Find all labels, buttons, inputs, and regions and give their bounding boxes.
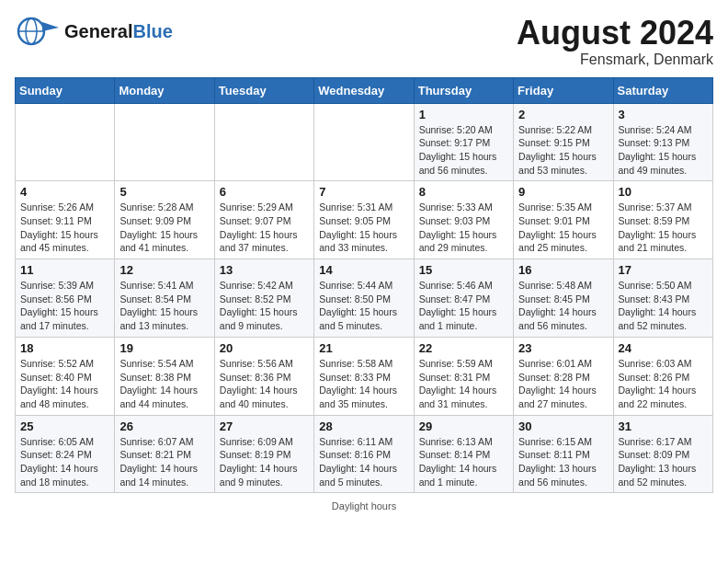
calendar-cell: 24Sunrise: 6:03 AMSunset: 8:26 PMDayligh… [613, 337, 712, 415]
calendar-cell: 27Sunrise: 6:09 AMSunset: 8:19 PMDayligh… [214, 415, 313, 493]
calendar-week-1: 1Sunrise: 5:20 AMSunset: 9:17 PMDaylight… [16, 103, 713, 181]
calendar-cell: 16Sunrise: 5:48 AMSunset: 8:45 PMDayligh… [514, 259, 613, 338]
day-info: Sunrise: 6:09 AMSunset: 8:19 PMDaylight:… [220, 435, 309, 489]
calendar-cell [314, 103, 414, 181]
calendar-cell [115, 103, 214, 181]
day-number: 4 [20, 185, 109, 199]
day-number: 3 [619, 108, 708, 121]
calendar-cell [214, 103, 313, 181]
day-info: Sunrise: 6:15 AMSunset: 8:11 PMDaylight:… [518, 435, 608, 489]
calendar-week-4: 18Sunrise: 5:52 AMSunset: 8:40 PMDayligh… [16, 337, 713, 415]
calendar-cell: 2Sunrise: 5:22 AMSunset: 9:15 PMDaylight… [514, 103, 613, 181]
calendar-table: Sunday Monday Tuesday Wednesday Thursday… [15, 77, 713, 494]
day-info: Sunrise: 5:39 AMSunset: 8:56 PMDaylight:… [20, 279, 109, 333]
day-info: Sunrise: 5:46 AMSunset: 8:47 PMDaylight:… [419, 279, 508, 333]
calendar-week-5: 25Sunrise: 6:05 AMSunset: 8:24 PMDayligh… [16, 415, 713, 493]
day-number: 29 [419, 419, 508, 433]
day-number: 12 [119, 263, 209, 277]
calendar-body: 1Sunrise: 5:20 AMSunset: 9:17 PMDaylight… [16, 103, 713, 493]
day-info: Sunrise: 6:11 AMSunset: 8:16 PMDaylight:… [319, 435, 408, 489]
day-info: Sunrise: 5:24 AMSunset: 9:13 PMDaylight:… [619, 123, 708, 178]
day-info: Sunrise: 5:50 AMSunset: 8:43 PMDaylight:… [619, 279, 708, 333]
calendar-cell: 6Sunrise: 5:29 AMSunset: 9:07 PMDaylight… [214, 181, 313, 259]
page-subtitle: Fensmark, Denmark [517, 52, 713, 68]
day-number: 24 [619, 341, 708, 355]
day-info: Sunrise: 6:05 AMSunset: 8:24 PMDaylight:… [20, 435, 109, 489]
calendar-cell: 22Sunrise: 5:59 AMSunset: 8:31 PMDayligh… [414, 337, 513, 415]
calendar-week-3: 11Sunrise: 5:39 AMSunset: 8:56 PMDayligh… [16, 259, 713, 338]
col-thursday: Thursday [414, 77, 513, 103]
logo-text-block: GeneralBlue [64, 21, 173, 41]
day-number: 2 [518, 108, 608, 121]
logo-blue: Blue [132, 21, 172, 41]
day-info: Sunrise: 6:17 AMSunset: 8:09 PMDaylight:… [619, 435, 708, 489]
calendar-cell: 18Sunrise: 5:52 AMSunset: 8:40 PMDayligh… [16, 337, 115, 415]
calendar-cell: 7Sunrise: 5:31 AMSunset: 9:05 PMDaylight… [314, 181, 414, 259]
day-number: 9 [518, 185, 608, 199]
calendar-cell: 17Sunrise: 5:50 AMSunset: 8:43 PMDayligh… [613, 259, 712, 338]
calendar-cell: 30Sunrise: 6:15 AMSunset: 8:11 PMDayligh… [514, 415, 613, 493]
day-info: Sunrise: 6:01 AMSunset: 8:28 PMDaylight:… [518, 357, 608, 411]
day-number: 31 [619, 419, 708, 433]
day-number: 25 [20, 419, 109, 433]
day-number: 10 [619, 185, 708, 199]
day-info: Sunrise: 5:37 AMSunset: 8:59 PMDaylight:… [619, 201, 708, 255]
logo-icon [15, 15, 59, 48]
calendar-cell: 29Sunrise: 6:13 AMSunset: 8:14 PMDayligh… [414, 415, 513, 493]
day-number: 20 [220, 341, 309, 355]
calendar-cell: 10Sunrise: 5:37 AMSunset: 8:59 PMDayligh… [613, 181, 712, 259]
calendar-cell: 31Sunrise: 6:17 AMSunset: 8:09 PMDayligh… [613, 415, 712, 493]
day-info: Sunrise: 5:20 AMSunset: 9:17 PMDaylight:… [419, 123, 508, 178]
calendar-cell: 19Sunrise: 5:54 AMSunset: 8:38 PMDayligh… [115, 337, 214, 415]
calendar-cell: 15Sunrise: 5:46 AMSunset: 8:47 PMDayligh… [414, 259, 513, 338]
day-number: 28 [319, 419, 408, 433]
calendar-cell: 1Sunrise: 5:20 AMSunset: 9:17 PMDaylight… [414, 103, 513, 181]
col-friday: Friday [514, 77, 613, 103]
day-number: 22 [419, 341, 508, 355]
day-number: 16 [518, 263, 608, 277]
day-number: 15 [419, 263, 508, 277]
day-info: Sunrise: 5:35 AMSunset: 9:01 PMDaylight:… [518, 201, 608, 255]
title-block: August 2024 Fensmark, Denmark [517, 15, 713, 68]
calendar-cell: 21Sunrise: 5:58 AMSunset: 8:33 PMDayligh… [314, 337, 414, 415]
page-title: August 2024 [517, 15, 713, 52]
day-number: 6 [220, 185, 309, 199]
day-info: Sunrise: 5:59 AMSunset: 8:31 PMDaylight:… [419, 357, 508, 411]
calendar-cell: 9Sunrise: 5:35 AMSunset: 9:01 PMDaylight… [514, 181, 613, 259]
day-info: Sunrise: 5:56 AMSunset: 8:36 PMDaylight:… [220, 357, 309, 411]
day-info: Sunrise: 5:58 AMSunset: 8:33 PMDaylight:… [319, 357, 408, 411]
calendar-cell: 5Sunrise: 5:28 AMSunset: 9:09 PMDaylight… [115, 181, 214, 259]
page-header: GeneralBlue August 2024 Fensmark, Denmar… [15, 15, 713, 68]
calendar-week-2: 4Sunrise: 5:26 AMSunset: 9:11 PMDaylight… [16, 181, 713, 259]
calendar-cell: 23Sunrise: 6:01 AMSunset: 8:28 PMDayligh… [514, 337, 613, 415]
day-number: 18 [20, 341, 109, 355]
day-number: 19 [119, 341, 209, 355]
calendar-cell: 12Sunrise: 5:41 AMSunset: 8:54 PMDayligh… [115, 259, 214, 338]
day-number: 7 [319, 185, 408, 199]
calendar-cell: 4Sunrise: 5:26 AMSunset: 9:11 PMDaylight… [16, 181, 115, 259]
day-info: Sunrise: 5:22 AMSunset: 9:15 PMDaylight:… [518, 123, 608, 178]
day-info: Sunrise: 5:48 AMSunset: 8:45 PMDaylight:… [518, 279, 608, 333]
calendar-cell: 20Sunrise: 5:56 AMSunset: 8:36 PMDayligh… [214, 337, 313, 415]
day-number: 14 [319, 263, 408, 277]
day-number: 1 [419, 108, 508, 121]
calendar-cell: 3Sunrise: 5:24 AMSunset: 9:13 PMDaylight… [613, 103, 712, 181]
col-wednesday: Wednesday [314, 77, 414, 103]
day-info: Sunrise: 5:42 AMSunset: 8:52 PMDaylight:… [220, 279, 309, 333]
day-info: Sunrise: 5:29 AMSunset: 9:07 PMDaylight:… [220, 201, 309, 255]
calendar-cell: 11Sunrise: 5:39 AMSunset: 8:56 PMDayligh… [16, 259, 115, 338]
footer-note: Daylight hours [15, 500, 713, 511]
day-info: Sunrise: 5:26 AMSunset: 9:11 PMDaylight:… [20, 201, 109, 255]
day-number: 23 [518, 341, 608, 355]
day-info: Sunrise: 5:31 AMSunset: 9:05 PMDaylight:… [319, 201, 408, 255]
day-info: Sunrise: 5:41 AMSunset: 8:54 PMDaylight:… [119, 279, 209, 333]
logo: GeneralBlue [15, 15, 173, 48]
day-info: Sunrise: 6:13 AMSunset: 8:14 PMDaylight:… [419, 435, 508, 489]
calendar-cell: 13Sunrise: 5:42 AMSunset: 8:52 PMDayligh… [214, 259, 313, 338]
col-saturday: Saturday [613, 77, 712, 103]
day-info: Sunrise: 5:28 AMSunset: 9:09 PMDaylight:… [119, 201, 209, 255]
day-number: 17 [619, 263, 708, 277]
day-info: Sunrise: 6:07 AMSunset: 8:21 PMDaylight:… [119, 435, 209, 489]
calendar-cell [16, 103, 115, 181]
calendar-cell: 8Sunrise: 5:33 AMSunset: 9:03 PMDaylight… [414, 181, 513, 259]
